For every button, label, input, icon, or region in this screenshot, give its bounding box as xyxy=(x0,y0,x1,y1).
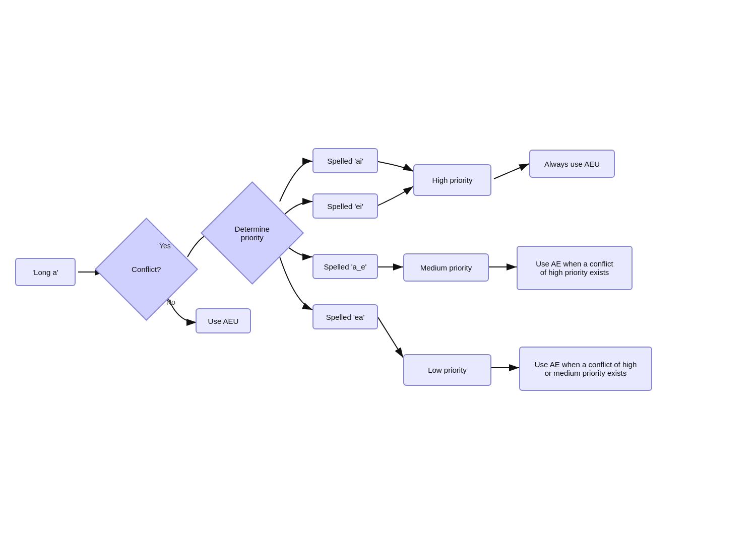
node-low-priority: Low priority xyxy=(403,354,491,386)
node-high-priority: High priority xyxy=(413,164,491,196)
arrow-ea-low xyxy=(378,317,403,358)
arrow-dp-ai xyxy=(280,161,312,201)
node-use-ae-high: Use AE when a conflict of high priority … xyxy=(517,246,633,290)
node-medium-priority: Medium priority xyxy=(403,253,489,282)
arrow-ei-high xyxy=(375,186,413,207)
node-use-ae-high-medium: Use AE when a conflict of high or medium… xyxy=(519,347,652,391)
node-spelled-ea: Spelled 'ea' xyxy=(312,304,378,329)
no-label: No xyxy=(166,298,175,306)
node-spelled-ae: Spelled 'a_e' xyxy=(312,254,378,279)
node-use-aeu-no: Use AEU xyxy=(196,308,251,333)
arrow-high-always xyxy=(494,164,529,179)
arrow-conflict-no xyxy=(166,293,197,322)
node-long-a: 'Long a' xyxy=(15,258,76,286)
node-spelled-ai: Spelled 'ai' xyxy=(312,148,378,173)
arrow-dp-ei xyxy=(282,201,312,217)
yes-label: Yes xyxy=(159,242,171,250)
node-spelled-ei: Spelled 'ei' xyxy=(312,193,378,219)
arrow-ai-high xyxy=(375,161,413,171)
arrow-dp-ea xyxy=(280,257,312,310)
node-always-use-aeu: Always use AEU xyxy=(529,150,615,178)
